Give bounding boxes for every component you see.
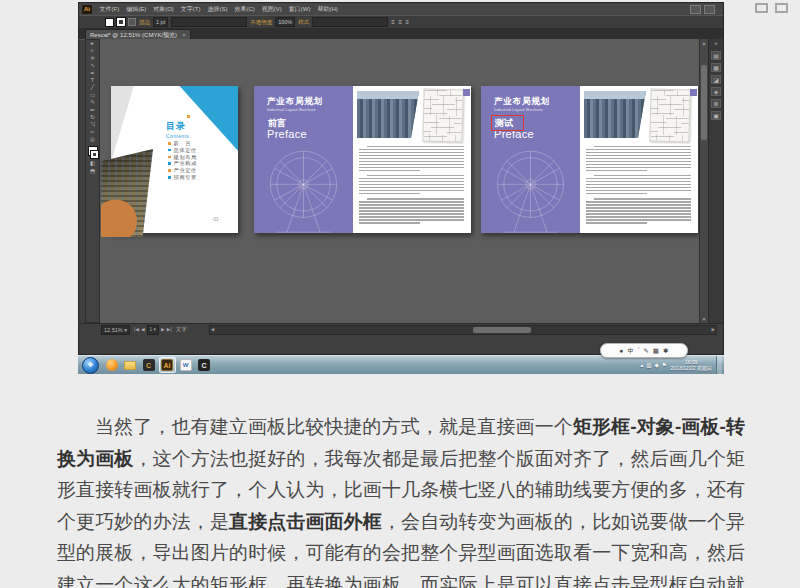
draw-mode-icon[interactable]: ◧ <box>86 160 99 167</box>
menu-item[interactable]: 帮助(H) <box>314 3 341 15</box>
menu-item[interactable]: 窗口(W) <box>285 3 314 15</box>
ime-icon[interactable]: 中 <box>627 344 634 357</box>
c-editor-taskbar-button[interactable]: C <box>140 357 157 373</box>
article-segment: 直接点击画面外框 <box>229 511 382 532</box>
logo-dot-icon <box>187 115 190 118</box>
text-line <box>359 213 464 214</box>
tray-icon[interactable]: ⚑ <box>662 362 667 368</box>
canvas[interactable]: 目录 Contents 前 言总体定位规划布局产业构成产业定位招商引资 -01-… <box>100 39 699 323</box>
opacity-link[interactable]: 不透明度 <box>250 19 272 26</box>
stroke-swatch[interactable] <box>117 18 125 26</box>
workspace-icon[interactable] <box>704 5 715 14</box>
tray-icon[interactable]: ▥ <box>646 362 651 368</box>
layers-panel-icon[interactable]: ≣ <box>711 99 721 108</box>
page-corner-glyph-1 <box>755 3 768 13</box>
text-line <box>359 149 464 150</box>
start-button[interactable]: ❖ <box>82 357 99 374</box>
first-artboard-icon[interactable]: |◀ <box>134 327 139 332</box>
style-link[interactable]: 样式 <box>298 19 309 26</box>
show-desktop-button[interactable] <box>716 356 722 374</box>
spread-subtitle: Industrial Layout Brochure <box>494 107 543 112</box>
opacity-field[interactable]: 100% <box>275 17 295 27</box>
notes-icon: W <box>180 359 192 371</box>
scroll-right-icon[interactable]: ▶ <box>712 326 715 334</box>
zoom-level-dropdown[interactable]: 12.51% ▾ <box>101 325 130 335</box>
scissors-tool-icon[interactable]: ✂ <box>86 129 99 136</box>
menu-item[interactable]: 对象(O) <box>150 3 178 15</box>
last-artboard-icon[interactable]: ▶| <box>167 327 172 332</box>
menu-item[interactable]: 效果(C) <box>231 3 258 15</box>
pencil-tool-icon[interactable]: ✏ <box>86 107 99 114</box>
screen-mode-icon[interactable]: ⬒ <box>86 168 99 175</box>
explorer-taskbar-button[interactable] <box>122 357 139 373</box>
scale-tool-icon[interactable]: ◹ <box>86 121 99 128</box>
fill-stroke-swatches[interactable] <box>86 145 99 160</box>
ime-icon[interactable]: ● <box>620 344 624 357</box>
prev-artboard-icon[interactable]: ◀ <box>141 327 145 332</box>
ime-icon[interactable]: ▦ <box>653 344 659 357</box>
menu-item[interactable]: 视图(V) <box>258 3 285 15</box>
paintbrush-tool-icon[interactable]: ✎ <box>86 99 99 106</box>
clock-date: 2013/12/22 星期日 <box>671 365 712 372</box>
menu-item[interactable]: 文字(T) <box>177 3 204 15</box>
vertical-scroll-thumb[interactable] <box>701 65 707 140</box>
swatches-panel-icon[interactable]: ▦ <box>711 63 721 72</box>
bullet-icon <box>168 149 171 152</box>
magic-wand-tool-icon[interactable]: ✳ <box>86 55 99 62</box>
tray-icon[interactable]: ▴ <box>640 362 643 368</box>
scroll-up-icon[interactable]: ▲ <box>700 39 708 47</box>
artboards-panel-icon[interactable]: ▣ <box>711 111 721 120</box>
expand-panels-icon[interactable]: « <box>709 39 723 48</box>
menu-item[interactable]: 文件(F) <box>96 3 123 15</box>
ime-icon[interactable]: ✱ <box>663 344 668 357</box>
rectangle-tool-icon[interactable]: ▭ <box>86 92 99 99</box>
artboard-navigation[interactable]: |◀ ◀ 1 ▾ ▶ ▶| <box>134 325 172 335</box>
ime-toolbar[interactable]: ●中ʼ✎▦✱ <box>600 343 688 358</box>
zoom-tool-icon[interactable]: ◎ <box>86 136 99 143</box>
ime-icon[interactable]: ʼ <box>638 344 639 357</box>
tools-stroke-swatch[interactable] <box>91 151 98 158</box>
control-checkbox[interactable] <box>128 18 136 26</box>
horizontal-scrollbar[interactable]: ◀ ▶ <box>209 325 717 335</box>
menu-item[interactable]: 编辑(E) <box>123 3 150 15</box>
scroll-down-icon[interactable]: ▼ <box>700 315 708 323</box>
line-segment-tool-icon[interactable]: ╱ <box>86 84 99 91</box>
stroke-weight-field[interactable]: 1 pt <box>153 17 168 27</box>
artboard-3-test[interactable]: 产业布局规划 Industrial Layout Brochure 测试 Pre… <box>481 86 698 233</box>
text-line <box>586 167 691 168</box>
ferris-wheel-art <box>483 142 578 233</box>
browser-taskbar-button[interactable] <box>103 357 120 373</box>
direct-selection-tool-icon[interactable]: ▹ <box>86 47 99 54</box>
text-line <box>359 161 464 162</box>
menu-item[interactable]: 选择(S) <box>204 3 231 15</box>
notes-taskbar-button[interactable]: W <box>177 357 194 373</box>
rotate-tool-icon[interactable]: ↻ <box>86 114 99 121</box>
horizontal-scroll-thumb[interactable] <box>473 327 531 333</box>
tray-icon[interactable]: ◆ <box>654 362 658 368</box>
color-panel-icon[interactable]: ▤ <box>711 51 721 60</box>
stroke-link[interactable]: 描边 <box>139 19 150 26</box>
scroll-left-icon[interactable]: ◀ <box>211 326 214 334</box>
illustrator-taskbar-button[interactable]: Ai <box>159 357 176 373</box>
ime-icon[interactable]: ✎ <box>643 344 648 357</box>
brushes-panel-icon[interactable]: ◪ <box>711 75 721 84</box>
artboard-2-preface[interactable]: 产业布局规划 Industrial Layout Brochure 前言 Pre… <box>254 86 471 233</box>
status-bar: 12.51% ▾ |◀ ◀ 1 ▾ ▶ ▶| 文字 ◀ ▶ <box>79 323 723 335</box>
fill-swatch[interactable] <box>105 18 114 27</box>
align-icons[interactable]: ≡ ≡ ≡ <box>391 19 410 25</box>
pen-tool-icon[interactable]: ✒ <box>86 70 99 77</box>
vertical-scrollbar[interactable]: ▲ ▼ <box>699 39 708 323</box>
artboard-number-dropdown[interactable]: 1 ▾ <box>147 325 159 335</box>
style-dropdown[interactable] <box>312 17 388 27</box>
c-app-taskbar-button[interactable]: C <box>196 357 213 373</box>
text-line <box>586 207 691 208</box>
selection-tool-icon[interactable]: ▸ <box>86 40 99 47</box>
symbols-panel-icon[interactable]: ◈ <box>711 87 721 96</box>
tab-close-icon[interactable]: × <box>182 32 186 38</box>
text-line <box>359 201 464 202</box>
lasso-tool-icon[interactable]: ∿ <box>86 62 99 69</box>
arrange-documents-icon[interactable] <box>690 5 701 14</box>
variable-width-dropdown[interactable] <box>171 17 247 27</box>
taskbar-clock[interactable]: 16:09 2013/12/22 星期日 <box>671 359 712 372</box>
next-artboard-icon[interactable]: ▶ <box>161 327 165 332</box>
